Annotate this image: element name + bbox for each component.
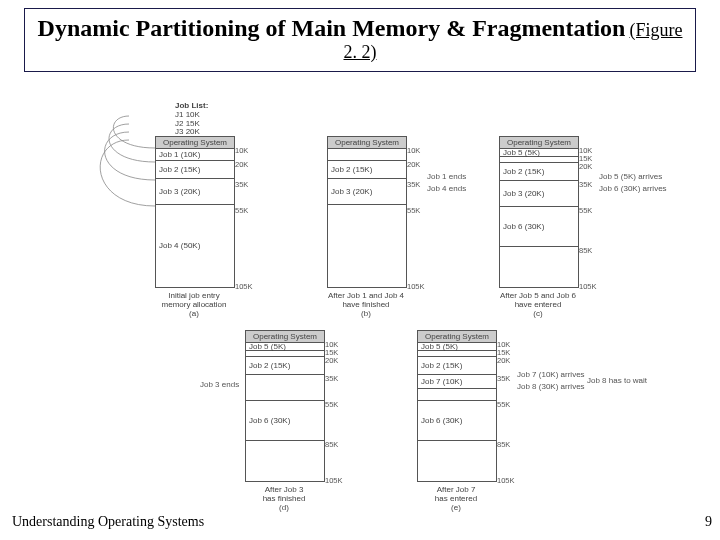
- side-event: Job 7 (10K) arrives: [517, 370, 585, 379]
- tick: 55K: [235, 206, 248, 215]
- panel-b: Operating System Job 2 (15K) Job 3 (20K)…: [327, 136, 451, 319]
- mem-cell: Job 5 (5K): [418, 343, 496, 351]
- panel-e: Operating System Job 5 (5K) Job 2 (15K) …: [417, 330, 541, 513]
- mem-cell: [246, 441, 324, 479]
- mem-cell: Job 3 (20K): [156, 179, 234, 205]
- tick: 10K: [235, 146, 248, 155]
- panel-caption: After Job 1 and Job 4 have finished (b): [327, 291, 405, 319]
- mem-cell: Job 2 (15K): [500, 163, 578, 181]
- side-event: Job 8 has to wait: [587, 376, 647, 385]
- memory-column: Operating System Job 5 (5K) Job 2 (15K) …: [499, 136, 579, 288]
- tick: 35K: [235, 180, 248, 189]
- panel-a: Operating System Job 1 (10K) Job 2 (15K)…: [155, 136, 279, 319]
- mem-cell: Job 2 (15K): [246, 357, 324, 375]
- mem-cell: Job 6 (30K): [500, 207, 578, 247]
- panel-caption: After Job 5 and Job 6 have entered (c): [499, 291, 577, 319]
- mem-cell: [246, 375, 324, 401]
- tick: 85K: [579, 246, 592, 255]
- memory-column: Operating System Job 1 (10K) Job 2 (15K)…: [155, 136, 235, 288]
- panel-caption: After Job 3 has finished (d): [245, 485, 323, 513]
- memory-column: Operating System Job 5 (5K) Job 2 (15K) …: [245, 330, 325, 482]
- side-event: Job 3 ends: [200, 380, 239, 389]
- tick: 35K: [407, 180, 420, 189]
- tick: 35K: [579, 180, 592, 189]
- tick: 105K: [325, 476, 343, 485]
- mem-cell: Job 5 (5K): [246, 343, 324, 351]
- mem-cell: [328, 205, 406, 285]
- tick: 20K: [579, 162, 592, 171]
- tick: 20K: [497, 356, 510, 365]
- mem-cell: [500, 247, 578, 285]
- os-cell: Operating System: [328, 137, 406, 149]
- mem-cell: Job 3 (20K): [500, 181, 578, 207]
- side-event: Job 1 ends: [427, 172, 466, 181]
- mem-cell: Job 2 (15K): [156, 161, 234, 179]
- tick: 105K: [407, 282, 425, 291]
- panel-caption: After Job 7 has entered (e): [417, 485, 495, 513]
- mem-cell: Job 2 (15K): [418, 357, 496, 375]
- mem-cell: Job 4 (50K): [156, 205, 234, 285]
- memory-column: Operating System Job 2 (15K) Job 3 (20K): [327, 136, 407, 288]
- tick: 20K: [407, 160, 420, 169]
- mem-cell: [418, 441, 496, 479]
- tick: 85K: [325, 440, 338, 449]
- memory-column: Operating System Job 5 (5K) Job 2 (15K) …: [417, 330, 497, 482]
- title-line: Dynamic Partitioning of Main Memory & Fr…: [38, 15, 626, 41]
- tick: 20K: [325, 356, 338, 365]
- tick: 105K: [497, 476, 515, 485]
- tick: 85K: [497, 440, 510, 449]
- diagram-row-1: Operating System Job 1 (10K) Job 2 (15K)…: [155, 136, 623, 319]
- tick: 105K: [235, 282, 253, 291]
- tick: 10K: [407, 146, 420, 155]
- tick: 105K: [579, 282, 597, 291]
- mem-cell: Job 6 (30K): [246, 401, 324, 441]
- slide-title: Dynamic Partitioning of Main Memory & Fr…: [35, 15, 685, 63]
- page-number: 9: [705, 514, 712, 530]
- os-cell: Operating System: [156, 137, 234, 149]
- mem-cell: Job 5 (5K): [500, 149, 578, 157]
- tick: 35K: [325, 374, 338, 383]
- mem-cell: Job 1 (10K): [156, 149, 234, 161]
- mem-cell: Job 2 (15K): [328, 161, 406, 179]
- tick: 55K: [325, 400, 338, 409]
- mem-cell: [418, 389, 496, 401]
- side-event: Job 5 (5K) arrives: [599, 172, 662, 181]
- mem-cell: Job 6 (30K): [418, 401, 496, 441]
- side-event: Job 4 ends: [427, 184, 466, 193]
- diagram-row-2: Operating System Job 5 (5K) Job 2 (15K) …: [245, 330, 541, 513]
- tick: 20K: [235, 160, 248, 169]
- tick: 35K: [497, 374, 510, 383]
- tick: 55K: [407, 206, 420, 215]
- mem-cell: [328, 149, 406, 161]
- panel-caption: Initial job entry memory allocation (a): [155, 291, 233, 319]
- tick: 55K: [579, 206, 592, 215]
- panel-d: Operating System Job 5 (5K) Job 2 (15K) …: [245, 330, 369, 513]
- slide-title-box: Dynamic Partitioning of Main Memory & Fr…: [24, 8, 696, 72]
- mem-cell: Job 7 (10K): [418, 375, 496, 389]
- panel-c: Operating System Job 5 (5K) Job 2 (15K) …: [499, 136, 623, 319]
- side-event: Job 6 (30K) arrives: [599, 184, 667, 193]
- mem-cell: Job 3 (20K): [328, 179, 406, 205]
- side-event: Job 8 (30K) arrives: [517, 382, 585, 391]
- footer-book-title: Understanding Operating Systems: [12, 514, 204, 530]
- tick: 55K: [497, 400, 510, 409]
